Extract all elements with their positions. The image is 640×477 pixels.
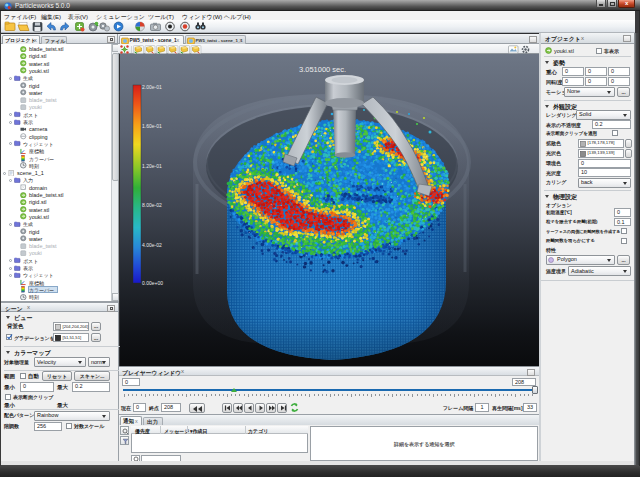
- svg-text:4.00e-02: 4.00e-02: [142, 242, 162, 248]
- svg-text:8.00e-02: 8.00e-02: [142, 202, 162, 208]
- svg-text:0.00e+00: 0.00e+00: [142, 280, 163, 286]
- svg-text:3.051000 sec.: 3.051000 sec.: [299, 65, 346, 74]
- svg-text:1.60e-01: 1.60e-01: [142, 123, 162, 129]
- svg-text:2.00e-01: 2.00e-01: [142, 84, 162, 90]
- svg-text:1.20e-01: 1.20e-01: [142, 163, 162, 169]
